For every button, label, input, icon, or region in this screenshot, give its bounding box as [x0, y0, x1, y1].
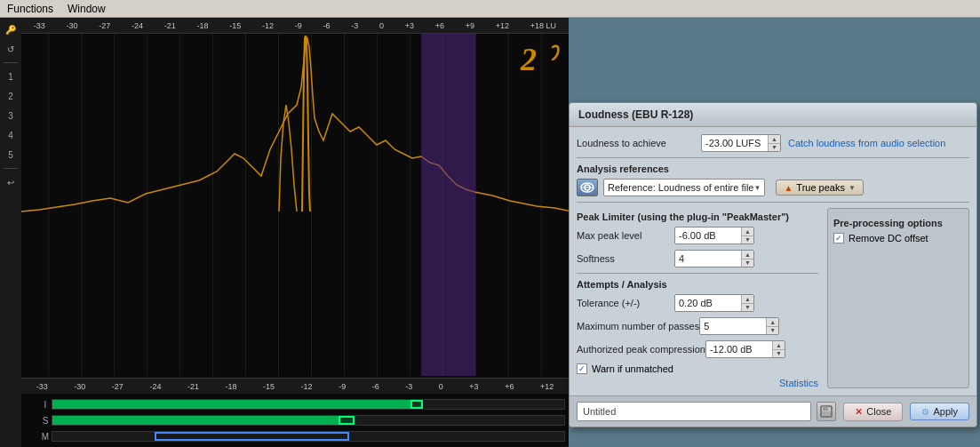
attempts-section-header: Attempts / Analysis: [577, 279, 818, 290]
statistics-link[interactable]: Statistics: [577, 378, 818, 388]
ruler-ticks: -33 -30 -27 -24 -21 -18 -15 -12 -9 -6 -3…: [21, 21, 569, 30]
true-peaks-label: True peaks: [796, 182, 845, 193]
peak-limiter-header: Peak Limiter (using the plug-in "PeakMas…: [577, 212, 818, 222]
svg-text:2: 2: [520, 42, 537, 76]
loudness-down[interactable]: ▼: [769, 144, 780, 152]
tool-return-icon[interactable]: ↩: [3, 174, 19, 190]
max-peak-label: Max peak level: [577, 230, 674, 241]
menu-functions[interactable]: Functions: [7, 3, 53, 15]
warn-label: Warn if unmatched: [592, 363, 673, 374]
tool-wrench-icon[interactable]: 🔑: [3, 21, 19, 37]
softness-value: 4: [679, 253, 750, 264]
btick-6: -18: [226, 382, 237, 391]
preset-name-box[interactable]: Untitled: [577, 402, 811, 421]
meter-row-i: I: [39, 397, 565, 411]
tick-17: +18 LU: [530, 21, 556, 30]
tick-12: 0: [379, 21, 384, 30]
apply-label: Apply: [933, 406, 958, 417]
tick-5: -21: [164, 21, 176, 30]
meters-section: I S M: [21, 394, 569, 447]
dialog-title-bar: Loudness (EBU R-128): [570, 103, 976, 127]
svg-rect-21: [823, 406, 828, 411]
loudness-up[interactable]: ▲: [769, 135, 780, 144]
max-passes-spinner[interactable]: 5 ▲ ▼: [699, 317, 779, 335]
reference-value: Reference: Loudness of entire file: [608, 182, 754, 193]
menu-window[interactable]: Window: [68, 3, 106, 15]
true-peaks-button[interactable]: ▲ True peaks ▼: [776, 180, 863, 196]
bottom-ruler: -33 -30 -27 -24 -21 -18 -15 -12 -9 -6 -3…: [21, 378, 569, 394]
btick-5: -21: [187, 382, 199, 391]
tick-16: +12: [496, 21, 509, 30]
loudness-row: Loudness to achieve -23.00 LUFS ▲ ▼ Catc…: [577, 134, 969, 152]
meter-label-m: M: [39, 432, 52, 442]
tolerance-spinner-arrows[interactable]: ▲ ▼: [741, 295, 753, 311]
max-peak-value: -6.00 dB: [679, 230, 750, 241]
auth-peak-down[interactable]: ▼: [773, 350, 785, 358]
max-passes-up[interactable]: ▲: [767, 318, 778, 327]
max-peak-spinner[interactable]: -6.00 dB ▲ ▼: [674, 227, 754, 244]
close-button[interactable]: ✕ Close: [843, 403, 903, 421]
meter-bar-m: [52, 431, 565, 442]
true-peaks-arrow: ▼: [849, 184, 856, 192]
softness-down[interactable]: ▼: [742, 259, 753, 267]
auth-peak-row: Authorized peak compression -12.00 dB ▲ …: [577, 340, 818, 358]
meter-row-m: M: [39, 429, 565, 443]
max-passes-value: 5: [704, 321, 775, 331]
remove-dc-checkbox[interactable]: [833, 233, 844, 243]
max-peak-up[interactable]: ▲: [742, 227, 753, 236]
reference-icon: [577, 179, 598, 196]
loudness-spinner-arrows[interactable]: ▲ ▼: [768, 135, 780, 151]
close-icon: ✕: [855, 406, 863, 418]
warn-checkbox[interactable]: [577, 363, 587, 374]
tick-14: +6: [435, 21, 444, 30]
divider-1: [577, 157, 969, 158]
preset-save-icon[interactable]: [817, 402, 836, 421]
max-passes-spinner-arrows[interactable]: ▲ ▼: [766, 318, 778, 334]
waveform-content: [21, 34, 569, 376]
tick-7: -15: [229, 21, 241, 30]
warn-row: Warn if unmatched: [577, 363, 818, 374]
tolerance-spinner[interactable]: 0.20 dB ▲ ▼: [674, 294, 754, 312]
softness-spinner[interactable]: 4 ▲ ▼: [674, 250, 754, 267]
divider-2: [577, 202, 969, 203]
max-passes-down[interactable]: ▼: [767, 327, 778, 335]
btick-2: -30: [74, 382, 85, 391]
loudness-spinner[interactable]: -23.00 LUFS ▲ ▼: [701, 134, 781, 152]
btick-11: -3: [405, 382, 412, 391]
max-peak-down[interactable]: ▼: [742, 236, 753, 244]
meter-bar-i: [52, 399, 565, 410]
dialog-body: Loudness to achieve -23.00 LUFS ▲ ▼ Catc…: [570, 127, 976, 395]
loudness-label: Loudness to achieve: [577, 138, 701, 148]
btick-8: -12: [301, 382, 313, 391]
remove-dc-label: Remove DC offset: [849, 233, 928, 243]
meter-bar-s: [52, 415, 565, 426]
tolerance-up[interactable]: ▲: [742, 295, 753, 304]
reference-row: Reference: Loudness of entire file ▼ ▲ T…: [577, 179, 969, 196]
remove-dc-row: Remove DC offset: [833, 233, 963, 243]
btick-12: 0: [439, 382, 443, 391]
softness-row: Softness 4 ▲ ▼: [577, 250, 818, 267]
auth-peak-spinner-arrows[interactable]: ▲ ▼: [772, 341, 785, 357]
auth-peak-up[interactable]: ▲: [773, 341, 785, 350]
btick-13: +3: [469, 382, 478, 391]
max-peak-spinner-arrows[interactable]: ▲ ▼: [741, 227, 753, 243]
auth-peak-spinner[interactable]: -12.00 dB ▲ ▼: [705, 340, 785, 358]
tool-undo-icon[interactable]: ↺: [3, 41, 19, 57]
tolerance-down[interactable]: ▼: [742, 304, 753, 312]
tolerance-value: 0.20 dB: [679, 298, 750, 308]
softness-spinner-arrows[interactable]: ▲ ▼: [741, 251, 753, 267]
softness-label: Softness: [577, 253, 674, 264]
tool-4-icon[interactable]: 4: [3, 127, 19, 143]
btick-3: -27: [112, 382, 123, 391]
tool-3-icon[interactable]: 3: [3, 108, 19, 124]
tool-1-icon[interactable]: 1: [3, 68, 19, 84]
apply-button[interactable]: ⚙ Apply: [910, 403, 969, 420]
reference-select[interactable]: Reference: Loudness of entire file ▼: [603, 179, 765, 196]
tool-2-icon[interactable]: 2: [3, 88, 19, 104]
btick-1: -33: [36, 382, 48, 391]
softness-up[interactable]: ▲: [742, 251, 753, 259]
loudness-value: -23.00 LUFS: [705, 138, 777, 148]
catch-loudness-link[interactable]: Catch loudness from audio selection: [788, 138, 945, 148]
tool-5-icon[interactable]: 5: [3, 147, 19, 163]
tick-2: -30: [67, 21, 78, 30]
